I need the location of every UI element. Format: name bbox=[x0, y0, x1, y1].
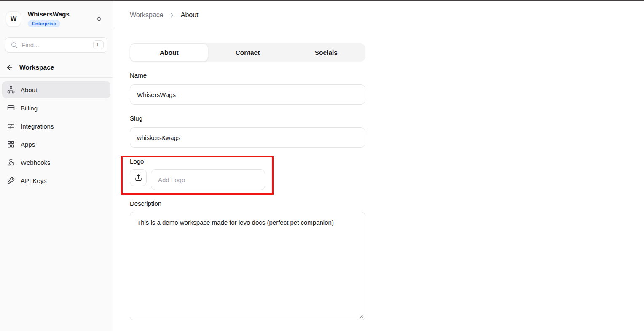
sidebar-item-apps[interactable]: Apps bbox=[2, 136, 110, 153]
search-shortcut-key: F bbox=[93, 40, 104, 49]
sliders-icon bbox=[7, 122, 15, 130]
network-icon bbox=[7, 86, 15, 94]
workspace-switcher[interactable]: W WhisersWags Enterprise bbox=[0, 1, 113, 27]
logo-row bbox=[130, 169, 365, 190]
logo-field[interactable] bbox=[151, 169, 265, 190]
sidebar-item-label: Webhooks bbox=[21, 159, 51, 166]
sidebar-item-label: About bbox=[21, 86, 37, 94]
sidebar-item-label: Billing bbox=[21, 105, 38, 112]
search-box[interactable]: F bbox=[5, 37, 107, 53]
sidebar-nav: About Billing Integrations Apps Webhooks bbox=[0, 78, 113, 194]
credit-card-icon bbox=[7, 104, 15, 112]
sidebar-item-label: Integrations bbox=[21, 123, 54, 130]
header-divider bbox=[113, 30, 644, 30]
upload-logo-button[interactable] bbox=[130, 169, 147, 186]
workspace-avatar: W bbox=[6, 11, 21, 27]
tab-socials[interactable]: Socials bbox=[287, 43, 365, 62]
breadcrumb: Workspace About bbox=[130, 11, 199, 19]
tab-contact[interactable]: Contact bbox=[208, 43, 287, 62]
back-label: Workspace bbox=[19, 64, 54, 71]
section-tabs: About Contact Socials bbox=[130, 43, 365, 62]
description-field[interactable]: This is a demo workspace made for levo d… bbox=[130, 212, 365, 320]
chevrons-up-down-icon[interactable] bbox=[96, 15, 102, 23]
main-content: Workspace About About Contact Socials Na… bbox=[113, 1, 644, 331]
grid-icon bbox=[7, 140, 15, 148]
slug-label: Slug bbox=[130, 115, 365, 123]
sidebar-item-billing[interactable]: Billing bbox=[2, 100, 110, 116]
sidebar-item-label: API Keys bbox=[21, 177, 47, 184]
workspace-name: WhisersWags bbox=[28, 11, 70, 18]
arrow-left-icon bbox=[6, 64, 13, 71]
search-input[interactable] bbox=[21, 41, 93, 48]
slug-field[interactable] bbox=[130, 127, 365, 148]
plan-badge: Enterprise bbox=[28, 20, 60, 27]
logo-label: Logo bbox=[130, 158, 365, 166]
workspace-initial: W bbox=[10, 15, 16, 23]
description-label: Description bbox=[130, 200, 365, 208]
sidebar-item-api-keys[interactable]: API Keys bbox=[2, 172, 110, 189]
webhook-icon bbox=[7, 159, 15, 166]
back-to-workspace[interactable]: Workspace bbox=[0, 53, 113, 77]
sidebar: W WhisersWags Enterprise F Workspace Abo… bbox=[0, 1, 113, 331]
sidebar-item-label: Apps bbox=[21, 141, 35, 148]
name-field[interactable] bbox=[130, 84, 365, 105]
breadcrumb-current: About bbox=[181, 11, 199, 19]
breadcrumb-workspace[interactable]: Workspace bbox=[130, 11, 164, 19]
key-icon bbox=[7, 177, 15, 184]
sidebar-item-about[interactable]: About bbox=[2, 81, 110, 98]
search-icon bbox=[11, 41, 18, 48]
upload-icon bbox=[134, 174, 142, 182]
sidebar-item-webhooks[interactable]: Webhooks bbox=[2, 154, 110, 171]
sidebar-item-integrations[interactable]: Integrations bbox=[2, 118, 110, 135]
about-form: About Contact Socials Name Slug Logo Des… bbox=[130, 43, 365, 320]
chevron-right-icon bbox=[169, 12, 175, 19]
name-label: Name bbox=[130, 72, 365, 80]
tab-about[interactable]: About bbox=[130, 43, 208, 62]
